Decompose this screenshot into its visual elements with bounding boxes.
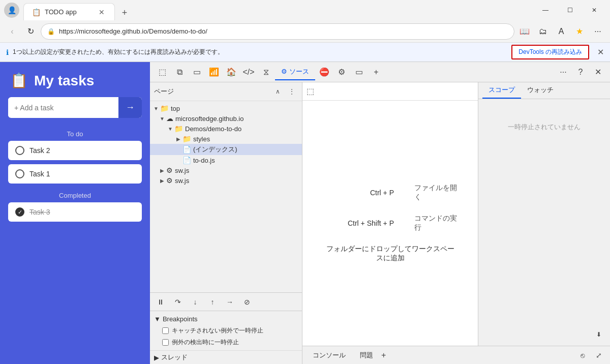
folder-icon: 📁 bbox=[174, 125, 183, 133]
worker-icon: ⚙ bbox=[166, 166, 173, 174]
file-tree-header: ページ ∧ ⋮ bbox=[150, 82, 302, 101]
task-item[interactable]: Task 1 bbox=[8, 164, 142, 184]
task-label: Task 1 bbox=[29, 170, 50, 178]
right-scope-panel: スコープ ウォッチ 一時停止されていません ⬇ bbox=[478, 82, 610, 346]
sources-icon: ⚙ bbox=[281, 68, 287, 75]
step-out-button[interactable]: ↑ bbox=[206, 295, 219, 309]
tree-node-demos[interactable]: ▼ 📁 Demos/demo-to-do bbox=[150, 124, 302, 134]
wifi-button[interactable]: 📶 bbox=[206, 64, 222, 80]
devtools-reload-button[interactable]: DevTools の再読み込み bbox=[511, 45, 589, 59]
deactivate-breakpoints-button[interactable]: ⊘ bbox=[240, 295, 254, 309]
favorites-button[interactable]: ★ bbox=[571, 23, 588, 40]
file-tree-controls: ∧ ⋮ bbox=[271, 85, 298, 98]
task-item[interactable]: Task 2 bbox=[8, 141, 142, 160]
home-button[interactable]: 🏠 bbox=[223, 64, 239, 80]
title-bar: 👤 📋 TODO app ✕ + — ☐ ✕ bbox=[0, 0, 610, 20]
help-button[interactable]: ? bbox=[572, 64, 589, 80]
profile-icon[interactable]: 👤 bbox=[4, 3, 19, 18]
task-checkbox[interactable] bbox=[15, 169, 24, 178]
add-task-input[interactable] bbox=[8, 99, 118, 117]
completed-section: Completed ✓ Task 3 bbox=[0, 188, 150, 222]
address-bar: ‹ ↻ 🔒 https://microsoftedge.github.io/De… bbox=[0, 20, 610, 43]
task-checkbox[interactable] bbox=[15, 146, 24, 155]
breakpoints-arrow: ▼ bbox=[154, 315, 161, 323]
elements-button[interactable]: </> bbox=[240, 64, 257, 80]
tree-node-sw1[interactable]: ▶ ⚙ sw.js bbox=[150, 165, 302, 175]
performance-button[interactable]: ⛔ bbox=[316, 64, 332, 80]
console-tab[interactable]: コンソール bbox=[307, 349, 352, 362]
collections-button[interactable]: 🗂 bbox=[535, 23, 551, 40]
editor-shortcuts: Ctrl + P ファイルを開く Ctrl + Shift + P コマンドの実… bbox=[302, 163, 478, 283]
expand-button[interactable]: ⤢ bbox=[592, 348, 606, 362]
more-button[interactable]: ··· bbox=[590, 23, 606, 40]
step-over-button[interactable]: ↷ bbox=[171, 295, 185, 309]
tree-label: styles bbox=[193, 135, 210, 143]
shortcut-keys-2: Ctrl + Shift + P bbox=[323, 219, 394, 227]
center-right: ⬚ Ctrl + P ファイルを開く Ctrl + Shift + P bbox=[302, 82, 610, 364]
add-task-row: → bbox=[8, 97, 142, 118]
refresh-button[interactable]: ↻ bbox=[22, 23, 39, 40]
scope-watch-tabs: スコープ ウォッチ bbox=[478, 82, 610, 99]
notification-bar: ℹ 1つ以上の設定が変更されたため、有効にするには再度読み込みが必要です。 De… bbox=[0, 43, 610, 62]
completed-task-checkbox[interactable]: ✓ bbox=[15, 207, 24, 217]
back-button[interactable]: ‹ bbox=[4, 23, 20, 40]
completed-section-title: Completed bbox=[0, 188, 150, 202]
add-panel-button[interactable]: + bbox=[368, 64, 384, 80]
file-tree-collapse-button[interactable]: ∧ bbox=[271, 85, 284, 98]
tree-node-index[interactable]: 📄 (インデックス) bbox=[150, 144, 302, 155]
detach-button[interactable]: ⎋ bbox=[575, 348, 590, 362]
browser-tab[interactable]: 📋 TODO app ✕ bbox=[23, 3, 115, 20]
step-into-button[interactable]: ↓ bbox=[189, 295, 202, 309]
url-text: https://microsoftedge.github.io/Demos/de… bbox=[59, 27, 508, 35]
minimize-button[interactable]: — bbox=[534, 2, 557, 18]
breakpoint-checkbox-1[interactable] bbox=[162, 327, 169, 334]
scope-tab[interactable]: スコープ bbox=[482, 82, 521, 99]
reader-button[interactable]: 📖 bbox=[516, 23, 533, 40]
tree-node-styles[interactable]: ▶ 📁 styles bbox=[150, 134, 302, 144]
pause-button[interactable]: ⏸ bbox=[154, 295, 167, 309]
device-emulation-button[interactable]: ⧉ bbox=[171, 64, 188, 80]
center-right-top: ⬚ Ctrl + P ファイルを開く Ctrl + Shift + P bbox=[302, 82, 610, 346]
network-button[interactable]: ⧖ bbox=[258, 64, 274, 80]
shortcut-row-3: フォルダーにドロップしてワークスペースに追加 bbox=[323, 245, 458, 263]
back-to-editor-icon[interactable]: ⬚ bbox=[307, 86, 314, 96]
more-tools-button[interactable]: ··· bbox=[555, 64, 571, 80]
sources-tab[interactable]: ⚙ ソース bbox=[275, 64, 315, 80]
screen-capture-button[interactable]: ▭ bbox=[189, 64, 205, 80]
dock-right-button[interactable]: ⬇ bbox=[592, 327, 606, 342]
completed-task-label: Task 3 bbox=[29, 208, 50, 216]
inspect-element-button[interactable]: ⬚ bbox=[154, 64, 170, 80]
threads-section[interactable]: ▶ スレッド bbox=[150, 350, 302, 364]
close-button[interactable]: ✕ bbox=[583, 2, 606, 18]
file-tree-scrollable: ▼ 📁 top ▼ ☁ microsoftedge.github.io ▼ bbox=[150, 101, 302, 292]
close-devtools-button[interactable]: ✕ bbox=[590, 64, 606, 80]
maximize-button[interactable]: ☐ bbox=[558, 2, 582, 18]
tree-node-top[interactable]: ▼ 📁 top bbox=[150, 103, 302, 113]
bottom-bar: コンソール 問題 + ⎋ ⤢ bbox=[302, 346, 610, 364]
step-button[interactable]: → bbox=[223, 295, 236, 309]
tree-node-origin[interactable]: ▼ ☁ microsoftedge.github.io bbox=[150, 113, 302, 124]
application-button[interactable]: ▭ bbox=[351, 64, 367, 80]
add-tab-button[interactable]: + bbox=[381, 351, 386, 360]
tree-node-sw2[interactable]: ▶ ⚙ sw.js bbox=[150, 175, 302, 186]
tab-close-button[interactable]: ✕ bbox=[97, 8, 106, 17]
add-task-submit-button[interactable]: → bbox=[118, 97, 142, 118]
folder-icon: 📁 bbox=[182, 135, 191, 143]
shortcut-desc-2: コマンドの実行 bbox=[414, 214, 458, 232]
file-tree-more-button[interactable]: ⋮ bbox=[286, 85, 298, 98]
todo-icon: 📋 bbox=[10, 72, 28, 89]
new-tab-button[interactable]: + bbox=[117, 5, 132, 20]
todo-panel: 📋 My tasks → To do Task 2 Task 1 Complet bbox=[0, 62, 150, 364]
issues-tab[interactable]: 問題 bbox=[354, 349, 379, 362]
translate-button[interactable]: A bbox=[553, 23, 569, 40]
tree-node-todo-js[interactable]: 📄 to-do.js bbox=[150, 155, 302, 165]
breakpoint-checkbox-2[interactable] bbox=[162, 339, 169, 346]
completed-task-item[interactable]: ✓ Task 3 bbox=[8, 202, 142, 222]
watch-tab[interactable]: ウォッチ bbox=[521, 82, 560, 99]
breakpoints-header[interactable]: ▼ Breakpoints bbox=[150, 313, 302, 325]
shortcut-row-2: Ctrl + Shift + P コマンドの実行 bbox=[323, 214, 458, 232]
settings-button[interactable]: ⚙ bbox=[333, 64, 350, 80]
breakpoint-label-1: キャッチされない例外で一時停止 bbox=[172, 326, 263, 335]
notification-close-button[interactable]: ✕ bbox=[597, 47, 604, 57]
url-bar[interactable]: 🔒 https://microsoftedge.github.io/Demos/… bbox=[41, 23, 514, 40]
